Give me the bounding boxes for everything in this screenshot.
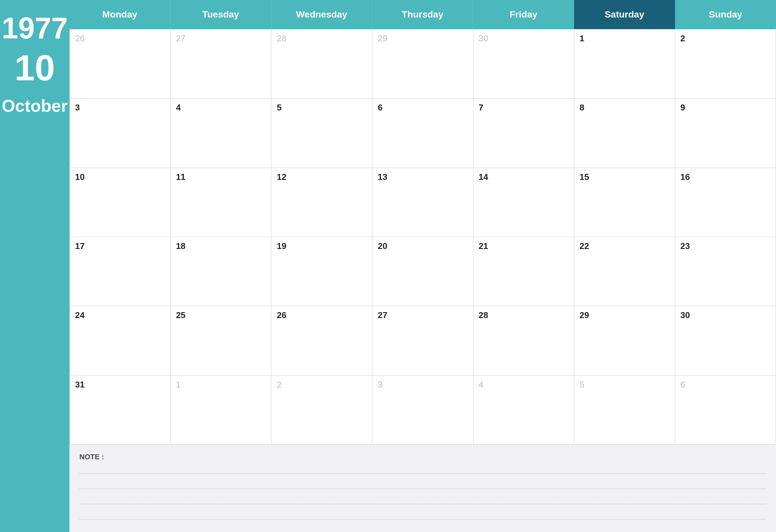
notes-section: NOTE : <box>69 445 776 532</box>
notes-line-2 <box>79 480 766 489</box>
day-cell: 25 <box>171 306 271 375</box>
day-number: 28 <box>479 310 569 320</box>
day-number: 3 <box>378 380 467 390</box>
day-number: 11 <box>176 172 266 182</box>
day-number: 25 <box>176 310 266 320</box>
day-number: 4 <box>176 103 266 113</box>
calendar-sidebar: 1977 10 October <box>0 0 69 532</box>
day-cell: 5 <box>574 376 675 445</box>
day-number: 27 <box>176 33 266 44</box>
day-number: 16 <box>681 172 770 182</box>
day-number: 29 <box>378 33 467 44</box>
day-cell: 6 <box>372 99 473 168</box>
day-cell: 21 <box>473 237 574 306</box>
day-cell: 15 <box>574 168 675 237</box>
day-cell: 14 <box>473 168 574 237</box>
day-cell: 1 <box>574 29 675 99</box>
day-number: 30 <box>479 33 569 44</box>
day-number: 2 <box>277 380 367 390</box>
notes-line-1 <box>79 465 766 474</box>
year-display: 1977 <box>2 13 68 43</box>
header-monday: Monday <box>69 0 170 29</box>
day-cell: 31 <box>70 376 171 445</box>
day-cell: 2 <box>271 376 372 445</box>
day-number: 17 <box>75 241 165 251</box>
day-number: 20 <box>378 241 467 251</box>
day-cell: 29 <box>372 29 473 99</box>
header-tuesday: Tuesday <box>170 0 271 29</box>
day-number: 15 <box>580 172 669 182</box>
day-number: 6 <box>378 103 467 113</box>
day-cell: 3 <box>372 376 473 445</box>
day-number: 18 <box>176 241 266 251</box>
day-cell: 17 <box>70 237 171 306</box>
day-number: 4 <box>479 380 569 390</box>
day-number: 2 <box>681 33 770 44</box>
day-number: 28 <box>277 33 367 44</box>
day-number: 23 <box>681 241 770 251</box>
month-name-display: October <box>2 96 67 116</box>
header-saturday: Saturday <box>574 0 675 29</box>
day-number: 30 <box>681 310 770 320</box>
day-cell: 1 <box>171 376 271 445</box>
day-cell: 29 <box>574 306 675 375</box>
day-cell: 3 <box>70 99 171 168</box>
day-cell: 28 <box>473 306 574 375</box>
day-number: 31 <box>75 380 165 390</box>
day-cell: 11 <box>171 168 271 237</box>
notes-label: NOTE : <box>79 453 766 461</box>
day-cell: 30 <box>473 29 574 99</box>
day-number: 21 <box>479 241 569 251</box>
day-cell: 10 <box>70 168 171 237</box>
day-number: 14 <box>479 172 569 182</box>
day-cell: 18 <box>171 237 271 306</box>
month-number-display: 10 <box>15 50 55 86</box>
day-cell: 19 <box>271 237 372 306</box>
day-number: 24 <box>75 310 165 320</box>
day-cell: 28 <box>271 29 372 99</box>
day-cell: 24 <box>70 306 171 375</box>
calendar-container: 1977 10 October Monday Tuesday Wednesday… <box>0 0 776 532</box>
day-cell: 8 <box>574 99 675 168</box>
day-cell: 4 <box>473 376 574 445</box>
day-cell: 5 <box>271 99 372 168</box>
day-cell: 7 <box>473 99 574 168</box>
day-number: 5 <box>277 103 367 113</box>
day-cell: 26 <box>271 306 372 375</box>
day-number: 10 <box>75 172 165 182</box>
header-sunday: Sunday <box>675 0 776 29</box>
day-cell: 23 <box>675 237 776 306</box>
day-number: 26 <box>75 33 165 44</box>
header-friday: Friday <box>473 0 574 29</box>
day-cell: 2 <box>675 29 776 99</box>
day-number: 13 <box>378 172 467 182</box>
day-cell: 27 <box>171 29 271 99</box>
day-cell: 16 <box>675 168 776 237</box>
day-cell: 4 <box>171 99 271 168</box>
day-cell: 12 <box>271 168 372 237</box>
day-number: 1 <box>176 380 266 390</box>
days-grid: 2627282930123456789101112131415161718192… <box>69 29 776 445</box>
calendar-main: Monday Tuesday Wednesday Thursday Friday… <box>69 0 776 532</box>
day-number: 27 <box>378 310 467 320</box>
day-cell: 13 <box>372 168 473 237</box>
header-thursday: Thursday <box>372 0 473 29</box>
day-number: 12 <box>277 172 367 182</box>
day-cell: 26 <box>70 29 171 99</box>
day-cell: 22 <box>574 237 675 306</box>
day-cell: 30 <box>675 306 776 375</box>
day-number: 6 <box>681 380 770 390</box>
day-number: 3 <box>75 103 165 113</box>
day-number: 19 <box>277 241 367 251</box>
day-number: 22 <box>580 241 669 251</box>
calendar-grid: Monday Tuesday Wednesday Thursday Friday… <box>69 0 776 445</box>
day-number: 26 <box>277 310 367 320</box>
day-cell: 6 <box>675 376 776 445</box>
day-number: 29 <box>580 310 669 320</box>
day-cell: 20 <box>372 237 473 306</box>
day-cell: 27 <box>372 306 473 375</box>
day-number: 5 <box>580 380 669 390</box>
day-cell: 9 <box>675 99 776 168</box>
day-number: 7 <box>479 103 569 113</box>
day-number: 1 <box>580 33 669 44</box>
